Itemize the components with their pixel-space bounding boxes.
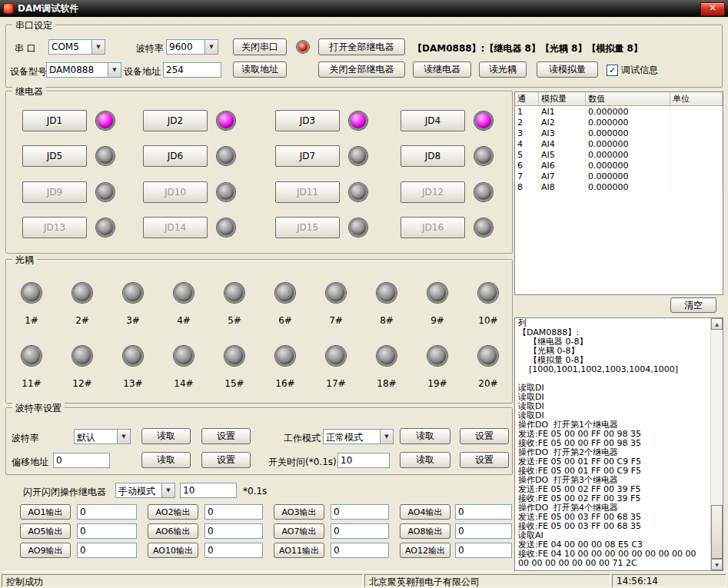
opto-channel-20: 20# xyxy=(471,346,505,389)
opto-channel-1: 1# xyxy=(15,283,48,326)
analog-cell: AI5 xyxy=(539,149,586,160)
relay-led-jd1 xyxy=(96,111,115,130)
ao-output-input-1[interactable] xyxy=(77,504,137,520)
ao-output-input-9[interactable] xyxy=(77,543,137,558)
relay-button-jd1[interactable]: JD1 xyxy=(22,110,87,131)
ao-output-input-2[interactable] xyxy=(204,504,263,520)
com-port-value: COM5 xyxy=(49,40,91,54)
switch-time-read-button[interactable]: 读取 xyxy=(400,452,450,468)
chevron-down-icon[interactable]: ▼ xyxy=(108,63,121,77)
scroll-down-icon[interactable]: ▼ xyxy=(711,559,723,570)
close-serial-button[interactable]: 关闭串口 xyxy=(233,38,287,55)
relay-button-jd4[interactable]: JD4 xyxy=(401,110,465,131)
ao-output-button-6[interactable]: AO6输出 xyxy=(148,523,198,539)
relay-button-jd2[interactable]: JD2 xyxy=(143,110,208,131)
scrollbar-thumb[interactable] xyxy=(711,505,723,559)
ao-output-button-5[interactable]: AO5输出 xyxy=(20,523,71,539)
read-analog-button[interactable]: 读模拟量 xyxy=(537,61,598,78)
close-all-relays-button[interactable]: 关闭全部继电器 xyxy=(318,61,405,78)
analog-cell xyxy=(670,181,723,192)
ao-output-input-10[interactable] xyxy=(204,543,263,558)
flash-mode-select[interactable]: 手动模式 ▼ xyxy=(115,483,175,498)
ao-output-input-11[interactable] xyxy=(331,543,389,558)
work-mode-select[interactable]: 正常模式 ▼ xyxy=(323,429,394,444)
relay-button-jd9[interactable]: JD9 xyxy=(22,181,87,203)
ao-output-button-12[interactable]: AO12输出 xyxy=(400,543,450,558)
opto-label-9: 9# xyxy=(430,315,444,326)
flash-time-input[interactable] xyxy=(180,483,237,498)
status-message: 控制成功 xyxy=(2,574,363,587)
opto-led-16 xyxy=(275,346,295,366)
analog-cell: 6 xyxy=(515,160,539,171)
relay-button-jd12[interactable]: JD12 xyxy=(401,181,465,203)
chevron-down-icon[interactable]: ▼ xyxy=(380,430,393,443)
switch-time-input[interactable] xyxy=(337,453,390,468)
baud-rate-select[interactable]: 默认 ▼ xyxy=(74,429,131,444)
baud-value: 9600 xyxy=(167,40,204,54)
log-scrollbar[interactable]: ▲ ▼ xyxy=(710,318,723,570)
opto-led-7 xyxy=(326,283,346,303)
ao-output-button-9[interactable]: AO9输出 xyxy=(20,543,71,558)
offset-read-button[interactable]: 读取 xyxy=(141,452,191,468)
ao-grid: AO1输出AO2输出AO3输出AO4输出AO5输出AO6输出AO7输出AO8输出… xyxy=(0,504,515,560)
relay-button-jd16[interactable]: JD16 xyxy=(401,217,465,238)
relay-button-jd5[interactable]: JD5 xyxy=(22,145,87,167)
analog-cell xyxy=(670,171,723,181)
com-port-select[interactable]: COM5 ▼ xyxy=(48,39,105,55)
analog-cell: 8 xyxy=(515,181,539,192)
window-title: DAM调试软件 xyxy=(18,2,78,15)
baud-set-button[interactable]: 设置 xyxy=(201,428,251,444)
relay-button-jd15[interactable]: JD15 xyxy=(275,217,340,238)
offset-set-button[interactable]: 设置 xyxy=(201,452,251,468)
relay-button-jd3[interactable]: JD3 xyxy=(275,110,340,131)
ao-output-button-11[interactable]: AO11输出 xyxy=(274,543,324,558)
relay-button-jd8[interactable]: JD8 xyxy=(401,145,465,167)
read-relays-button[interactable]: 读继电器 xyxy=(413,61,471,78)
analog-cell xyxy=(670,106,723,118)
opto-label-4: 4# xyxy=(177,315,191,326)
baud-read-button[interactable]: 读取 xyxy=(141,428,191,444)
ao-output-input-4[interactable] xyxy=(455,504,512,520)
ao-output-button-10[interactable]: AO10输出 xyxy=(148,543,198,558)
ao-output-input-7[interactable] xyxy=(331,523,389,539)
relay-button-jd10[interactable]: JD10 xyxy=(143,181,208,203)
ao-output-button-1[interactable]: AO1输出 xyxy=(20,504,71,520)
chevron-down-icon[interactable]: ▼ xyxy=(91,40,105,54)
read-address-button[interactable]: 读取地址 xyxy=(233,61,287,78)
device-model-select[interactable]: DAM0888 ▼ xyxy=(46,62,121,78)
opto-label-14: 14# xyxy=(174,378,193,389)
ao-output-input-6[interactable] xyxy=(204,523,263,539)
ao-output-button-8[interactable]: AO8输出 xyxy=(400,523,450,539)
switch-time-set-button[interactable]: 设置 xyxy=(460,452,509,468)
baud-select[interactable]: 9600 ▼ xyxy=(166,39,218,55)
work-mode-read-button[interactable]: 读取 xyxy=(400,428,450,444)
chevron-down-icon[interactable]: ▼ xyxy=(117,430,130,443)
ao-output-button-2[interactable]: AO2输出 xyxy=(148,504,198,520)
ao-output-input-12[interactable] xyxy=(455,543,512,558)
clear-button[interactable]: 清空 xyxy=(670,297,716,313)
ao-output-button-7[interactable]: AO7输出 xyxy=(274,523,324,539)
open-all-relays-button[interactable]: 打开全部继电器 xyxy=(318,38,405,55)
ao-output-input-5[interactable] xyxy=(77,523,137,539)
read-opto-button[interactable]: 读光耦 xyxy=(479,61,527,78)
chevron-down-icon[interactable]: ▼ xyxy=(204,40,218,54)
debug-info-checkbox[interactable]: ✓ 调试信息 xyxy=(607,64,658,77)
chevron-down-icon[interactable]: ▼ xyxy=(161,483,175,497)
relay-button-jd11[interactable]: JD11 xyxy=(275,181,340,203)
device-addr-input[interactable] xyxy=(163,62,221,78)
offset-addr-input[interactable] xyxy=(53,453,110,468)
ao-output-button-4[interactable]: AO4输出 xyxy=(400,504,450,520)
relay-button-jd14[interactable]: JD14 xyxy=(143,217,208,238)
opto-label-7: 7# xyxy=(329,315,343,326)
close-button[interactable]: ✕ xyxy=(700,2,725,16)
ao-output-input-3[interactable] xyxy=(331,504,389,520)
ao-output-input-8[interactable] xyxy=(455,523,512,539)
analog-row: 6AI60.000000 xyxy=(515,160,723,171)
relay-button-jd13[interactable]: JD13 xyxy=(22,217,87,238)
relay-button-jd7[interactable]: JD7 xyxy=(275,145,340,167)
relay-button-jd6[interactable]: JD6 xyxy=(143,145,208,167)
opto-channel-4: 4# xyxy=(167,283,201,326)
work-mode-set-button[interactable]: 设置 xyxy=(460,428,509,444)
ao-output-button-3[interactable]: AO3输出 xyxy=(274,504,324,520)
scroll-up-icon[interactable]: ▲ xyxy=(711,318,723,330)
